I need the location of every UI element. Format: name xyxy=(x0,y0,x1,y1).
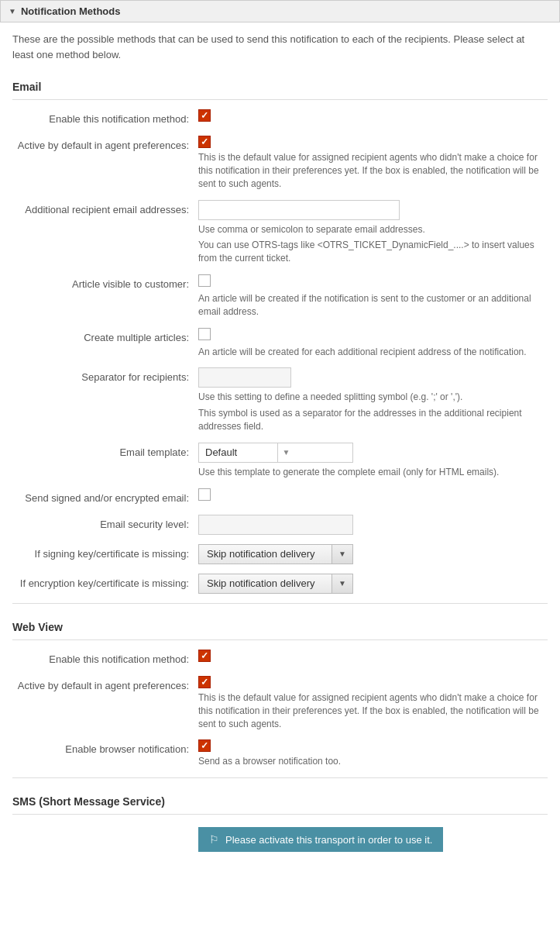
webview-active-default-hint: This is the default value for assigned r… xyxy=(198,691,548,730)
email-security-input[interactable] xyxy=(198,515,353,535)
notification-methods-section-header[interactable]: ▼ Notification Methods xyxy=(0,0,560,22)
create-multiple-row: Create multiple articles: An article wil… xyxy=(12,328,548,359)
webview-enable-row: Enable this notification method: xyxy=(12,650,548,667)
create-multiple-control: An article will be created for each addi… xyxy=(198,328,548,359)
email-template-label: Email template: xyxy=(12,443,198,460)
sms-activate-label-empty xyxy=(12,824,198,827)
signing-missing-row: If signing key/certificate is missing: S… xyxy=(12,544,548,564)
email-security-control xyxy=(198,515,548,535)
collapse-arrow-icon: ▼ xyxy=(9,7,16,16)
web-view-divider xyxy=(12,777,548,778)
notification-methods-body: These are the possible methods that can … xyxy=(0,22,560,874)
warning-icon: ⚐ xyxy=(209,833,219,846)
separator-hint2: This symbol is used as a separator for t… xyxy=(198,407,548,433)
additional-recipient-input[interactable] xyxy=(198,200,400,220)
email-active-default-row: Active by default in agent preferences: … xyxy=(12,136,548,190)
email-enable-checkbox[interactable] xyxy=(198,109,211,122)
separator-control: Use this setting to define a needed spli… xyxy=(198,367,548,433)
intro-text: These are the possible methods that can … xyxy=(12,32,548,62)
send-signed-label: Send signed and/or encrypted email: xyxy=(12,488,198,505)
email-enable-row: Enable this notification method: xyxy=(12,109,548,126)
section-title: Notification Methods xyxy=(21,5,121,17)
web-view-subsection-title: Web View xyxy=(12,615,548,640)
additional-recipient-hint1: Use comma or semicolon to separate email… xyxy=(198,223,548,236)
email-security-label: Email security level: xyxy=(12,515,198,532)
email-active-default-control: This is the default value for assigned r… xyxy=(198,136,548,190)
email-template-hint: Use this template to generate the comple… xyxy=(198,466,548,479)
signing-missing-label: If signing key/certificate is missing: xyxy=(12,544,198,561)
article-visible-row: Article visible to customer: An article … xyxy=(12,274,548,319)
email-template-value: Default xyxy=(199,446,277,458)
webview-active-default-row: Active by default in agent preferences: … xyxy=(12,676,548,730)
create-multiple-hint: An article will be created for each addi… xyxy=(198,346,548,359)
webview-active-default-control: This is the default value for assigned r… xyxy=(198,676,548,730)
email-subsection-title: Email xyxy=(12,74,548,100)
email-template-row: Email template: Default ▼ Use this templ… xyxy=(12,443,548,479)
email-template-dropdown[interactable]: Default ▼ xyxy=(198,443,353,463)
sms-activate-row: ⚐ Please activate this transport in orde… xyxy=(12,824,548,852)
webview-active-default-label: Active by default in agent preferences: xyxy=(12,676,198,693)
email-additional-recipient-control: Use comma or semicolon to separate email… xyxy=(198,200,548,265)
email-active-default-label: Active by default in agent preferences: xyxy=(12,136,198,153)
encryption-missing-value: Skip notification delivery xyxy=(199,577,332,589)
sms-activate-message: Please activate this transport in order … xyxy=(225,834,432,846)
encryption-missing-label: If encryption key/certificate is missing… xyxy=(12,574,198,591)
encryption-missing-row: If encryption key/certificate is missing… xyxy=(12,574,548,594)
separator-input[interactable] xyxy=(198,367,291,388)
sms-subsection-title: SMS (Short Message Service) xyxy=(12,789,548,815)
browser-notif-row: Enable browser notification: Send as a b… xyxy=(12,739,548,768)
article-visible-checkbox[interactable] xyxy=(198,274,211,287)
browser-notif-label: Enable browser notification: xyxy=(12,739,198,757)
email-enable-label: Enable this notification method: xyxy=(12,109,198,126)
separator-hint1: Use this setting to define a needed spli… xyxy=(198,391,548,404)
email-template-arrow-icon: ▼ xyxy=(277,443,353,462)
email-active-default-hint: This is the default value for assigned r… xyxy=(198,151,548,190)
signing-missing-dropdown[interactable]: Skip notification delivery ▼ xyxy=(198,544,353,564)
encryption-missing-arrow-icon: ▼ xyxy=(332,574,352,593)
email-additional-recipient-row: Additional recipient email addresses: Us… xyxy=(12,200,548,265)
browser-notif-checkbox[interactable] xyxy=(198,739,211,752)
email-additional-recipient-label: Additional recipient email addresses: xyxy=(12,200,198,217)
browser-notif-control: Send as a browser notification too. xyxy=(198,739,548,768)
browser-notif-hint: Send as a browser notification too. xyxy=(198,755,548,768)
encryption-missing-control: Skip notification delivery ▼ xyxy=(198,574,548,594)
email-divider xyxy=(12,603,548,604)
signing-missing-value: Skip notification delivery xyxy=(199,548,332,560)
article-visible-label: Article visible to customer: xyxy=(12,274,198,291)
sms-activate-banner: ⚐ Please activate this transport in orde… xyxy=(198,827,443,852)
webview-enable-control xyxy=(198,650,548,662)
separator-label: Separator for recipients: xyxy=(12,367,198,384)
article-visible-hint: An article will be created if the notifi… xyxy=(198,292,548,319)
webview-active-default-checkbox[interactable] xyxy=(198,676,211,688)
create-multiple-checkbox[interactable] xyxy=(198,328,211,340)
signing-missing-control: Skip notification delivery ▼ xyxy=(198,544,548,564)
email-security-row: Email security level: xyxy=(12,515,548,535)
email-enable-control xyxy=(198,109,548,122)
send-signed-control xyxy=(198,488,548,503)
encryption-missing-dropdown[interactable]: Skip notification delivery ▼ xyxy=(198,574,353,594)
webview-enable-label: Enable this notification method: xyxy=(12,650,198,667)
create-multiple-label: Create multiple articles: xyxy=(12,328,198,345)
sms-activate-control: ⚐ Please activate this transport in orde… xyxy=(198,824,548,852)
article-visible-control: An article will be created if the notifi… xyxy=(198,274,548,319)
webview-enable-checkbox[interactable] xyxy=(198,650,211,662)
additional-recipient-hint2: You can use OTRS-tags like <OTRS_TICKET_… xyxy=(198,239,548,265)
separator-row: Separator for recipients: Use this setti… xyxy=(12,367,548,433)
signing-missing-arrow-icon: ▼ xyxy=(332,545,352,564)
send-signed-row: Send signed and/or encrypted email: xyxy=(12,488,548,505)
send-signed-checkbox[interactable] xyxy=(198,488,211,501)
email-template-control: Default ▼ Use this template to generate … xyxy=(198,443,548,479)
email-active-default-checkbox[interactable] xyxy=(198,136,211,148)
